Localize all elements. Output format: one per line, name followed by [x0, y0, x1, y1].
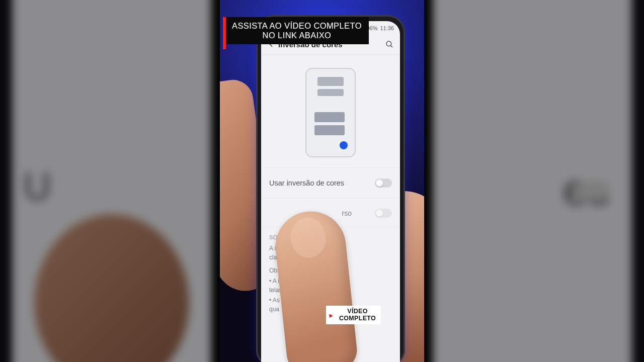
search-icon[interactable]: [385, 40, 394, 49]
banner-line-2: NO LINK ABAIXO: [232, 31, 362, 40]
banner-line-1: ASSISTA AO VÍDEO COMPLETO: [232, 21, 362, 31]
preview-illustration: [261, 55, 400, 167]
cta-label[interactable]: VÍDEO COMPLETO: [326, 306, 381, 324]
toggle-switch-inversion[interactable]: [375, 178, 392, 188]
fab-dot-icon: [340, 141, 348, 149]
clock: 11:36: [380, 25, 394, 31]
toggle-row-inversion[interactable]: Usar inversão de cores: [261, 167, 400, 198]
arrow-icon: [327, 309, 338, 320]
toggle-label: Usar inversão de cores: [269, 179, 375, 187]
cta-line-2: COMPLETO: [339, 315, 376, 322]
toggle-switch-secondary[interactable]: [375, 209, 392, 218]
cta-line-1: VÍDEO: [347, 308, 367, 315]
promo-banner: ASSISTA AO VÍDEO COMPLETO NO LINK ABAIXO: [223, 17, 369, 44]
svg-point-3: [386, 41, 391, 46]
